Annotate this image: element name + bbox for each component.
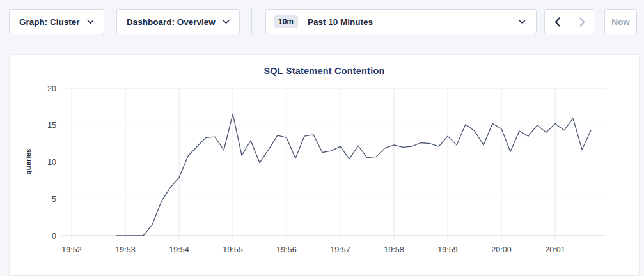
x-tick-label: 19:59 — [437, 245, 457, 254]
time-history-button-group — [544, 9, 595, 34]
time-range-label: Past 10 Minutes — [308, 17, 373, 27]
x-tick-label: 19:57 — [330, 245, 350, 254]
now-button-label: Now — [611, 17, 630, 27]
now-button: Now — [604, 9, 637, 34]
x-tick-label: 19:52 — [61, 245, 81, 254]
x-tick-label: 19:58 — [384, 245, 404, 254]
chevron-down-icon — [223, 20, 230, 24]
graph-selector-label: Graph: Cluster — [19, 17, 80, 27]
x-tick-label: 19:53 — [115, 245, 135, 254]
series-line — [116, 114, 591, 236]
x-tick-label: 20:00 — [491, 245, 511, 254]
chevron-left-icon — [554, 17, 560, 27]
sql-contention-line-chart[interactable]: 0510152019:5219:5319:5419:5519:5619:5719… — [10, 55, 639, 275]
x-tick-label: 19:56 — [276, 245, 296, 254]
metrics-page: { "toolbar": { "graph_selector": {"label… — [0, 0, 644, 276]
chevron-down-icon — [87, 20, 94, 24]
time-back-button[interactable] — [545, 10, 570, 34]
time-range-badge: 10m — [274, 15, 298, 28]
chart-title-row: SQL Statement Contention — [10, 65, 639, 79]
chevron-down-icon — [519, 20, 526, 24]
toolbar-divider — [251, 8, 252, 34]
chart-card: 0510152019:5219:5319:5419:5519:5619:5719… — [9, 54, 640, 276]
dashboard-selector-dropdown[interactable]: Dashboard: Overview — [116, 9, 240, 34]
time-range-dropdown[interactable]: 10m Past 10 Minutes — [265, 9, 537, 34]
y-tick-label: 0 — [52, 232, 56, 241]
y-tick-label: 10 — [47, 158, 56, 167]
x-tick-label: 20:01 — [545, 245, 565, 254]
dashboard-selector-label: Dashboard: Overview — [127, 17, 216, 27]
y-tick-label: 5 — [52, 195, 56, 204]
chart-title-link[interactable]: SQL Statement Contention — [263, 66, 384, 79]
graph-selector-dropdown[interactable]: Graph: Cluster — [9, 9, 104, 34]
x-tick-label: 19:55 — [223, 245, 242, 254]
time-forward-button — [570, 10, 595, 34]
y-tick-label: 15 — [47, 121, 56, 130]
y-axis-label: queries — [24, 149, 32, 175]
chevron-right-icon — [579, 17, 585, 27]
y-tick-label: 20 — [47, 84, 56, 93]
x-tick-label: 19:54 — [169, 245, 189, 254]
